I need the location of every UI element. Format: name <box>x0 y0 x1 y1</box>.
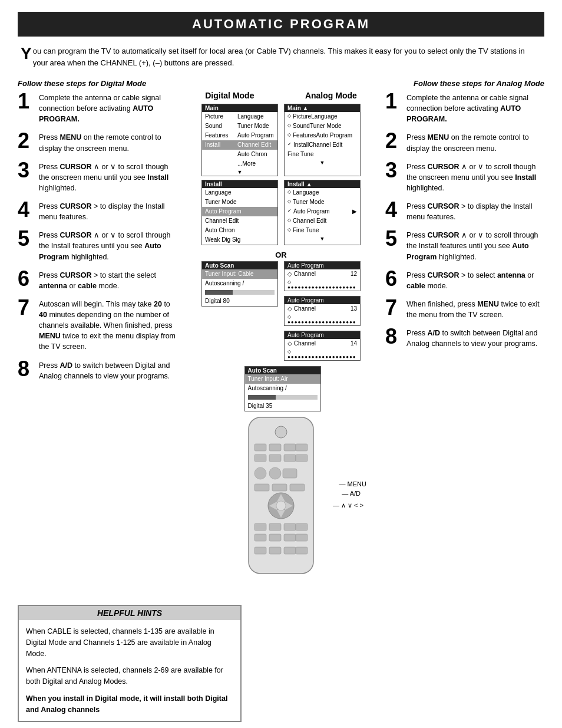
svg-point-21 <box>276 501 286 510</box>
mode-labels: Digital Mode Analog Mode <box>180 91 382 100</box>
amenu-finetune: Fine Tune <box>285 150 360 159</box>
step-num-8: 8 <box>18 358 35 380</box>
svg-rect-14 <box>272 484 287 491</box>
remote-area: — MENU — A/D — ∧ ∨ < > <box>237 414 325 581</box>
svg-rect-28 <box>284 534 296 541</box>
step-atext-1: Complete the antenna or cable signal con… <box>406 91 544 124</box>
step-digital-3: 3 Press CURSOR ∧ or ∨ to scroll though t… <box>18 160 177 193</box>
step-anum-4: 4 <box>385 199 403 220</box>
step-atext-2: Press MENU on the remote control to disp… <box>406 130 544 153</box>
main-content: 1 Complete the antenna or cable signal c… <box>18 91 544 584</box>
autoscan-scanning-d: Autoscanning / <box>202 279 277 288</box>
step-text-8: Press A/D to switch between Digital and … <box>39 358 177 381</box>
digital-label: Digital Mode <box>205 91 254 100</box>
step-num-2: 2 <box>18 130 35 151</box>
step-analog-6: 6 Press CURSOR > to select antenna or ca… <box>385 268 544 291</box>
digital-autoscan-group: Auto Scan Tuner Input: Cable Autoscannin… <box>201 261 278 363</box>
svg-rect-3 <box>269 444 281 451</box>
big-y-letter: Y <box>21 45 32 62</box>
svg-rect-2 <box>254 444 266 451</box>
hints-box: HELPFUL HINTS When CABLE is selected, ch… <box>18 605 242 722</box>
progress-bar-air <box>248 395 318 400</box>
svg-rect-4 <box>284 444 296 451</box>
svg-rect-6 <box>254 454 266 462</box>
digital-autoscan-menu: Auto Scan Tuner Input: Cable Autoscannin… <box>201 261 278 307</box>
svg-rect-31 <box>269 547 281 554</box>
step-anum-1: 1 <box>385 91 403 112</box>
svg-rect-25 <box>296 523 308 531</box>
step-anum-3: 3 <box>385 160 403 181</box>
svg-rect-9 <box>296 454 308 462</box>
analog-ch13-box: Auto Program ◇ Channel13 ◇ ●●●●●●●●●●●●●… <box>284 296 361 326</box>
remote-container: — MENU — A/D — ∧ ∨ < > <box>237 414 325 581</box>
svg-rect-22 <box>254 523 266 531</box>
step-text-2: Press MENU on the remote control to disp… <box>39 130 177 153</box>
analog-main-menu: Main ▲ ◇PictureLanguage ◇SoundTuner Mode… <box>284 104 361 176</box>
amenu-sound: ◇SoundTuner Mode <box>285 121 360 131</box>
svg-rect-27 <box>269 534 281 541</box>
step-analog-4: 4 Press CURSOR > to display the Install … <box>385 199 544 222</box>
ai-arrow: ▼ <box>285 235 360 242</box>
step-text-7: Autoscan will begin. This may take 20 to… <box>39 297 177 353</box>
svg-rect-13 <box>254 484 269 491</box>
menu-header-main-a: Main ▲ <box>285 104 360 112</box>
autoscan-cable-d: Tuner Input: Cable <box>202 269 277 279</box>
mi-lang-d: Language <box>202 188 277 197</box>
step-num-1: 1 <box>18 91 35 112</box>
step-analog-7: 7 When finished, press MENU twice to exi… <box>385 297 544 320</box>
svg-rect-24 <box>284 523 296 531</box>
amenu-install: ✓InstallChannel Edit <box>285 140 360 150</box>
step-atext-3: Press CURSOR ∧ or ∨ to scroll though the… <box>406 160 544 193</box>
diagram-row-2: Install Language Tuner Mode Auto Program… <box>180 180 382 245</box>
menu-arrow-d: ▼ <box>202 169 277 176</box>
ch12-header: Auto Program <box>285 262 360 269</box>
step-digital-8: 8 Press A/D to switch between Digital an… <box>18 358 177 381</box>
svg-point-1 <box>275 426 287 438</box>
analog-ch14-box: Auto Program ◇ Channel14 ◇ ●●●●●●●●●●●●●… <box>284 331 361 361</box>
step-digital-5: 5 Press CURSOR ∧ or ∨ to scroll through … <box>18 228 177 262</box>
hints-section: HELPFUL HINTS When CABLE is selected, ch… <box>18 593 544 722</box>
steps-analog: 1 Complete the antenna or cable signal c… <box>385 91 544 584</box>
digital-mode-header: Follow these steps for Digital Mode <box>18 79 146 88</box>
step-analog-5: 5 Press CURSOR ∧ or ∨ to scroll through … <box>385 228 544 262</box>
autoscan-air-header: Auto Scan <box>245 367 320 374</box>
amenu-picture: ◇PictureLanguage <box>285 112 360 121</box>
ch12-dots: ◇ ●●●●●●●●●●●●●●●●●●●● <box>285 279 360 291</box>
step-atext-7: When finished, press MENU twice to exit … <box>406 297 544 320</box>
svg-rect-32 <box>284 547 296 554</box>
mi-tuner-d: Tuner Mode <box>202 197 277 207</box>
ch13-row: ◇ Channel13 <box>285 304 360 314</box>
center-diagrams: Digital Mode Analog Mode Main PictureLan… <box>177 91 385 584</box>
digital-main-menu: Main PictureLanguage SoundTuner Mode Fea… <box>201 104 278 176</box>
step-digital-2: 2 Press MENU on the remote control to di… <box>18 130 177 153</box>
step-digital-4: 4 Press CURSOR > to display the Install … <box>18 199 177 222</box>
ch14-header: Auto Program <box>285 331 360 339</box>
mi-autoprog-d: Auto Program <box>202 207 277 216</box>
step-analog-2: 2 Press MENU on the remote control to di… <box>385 130 544 153</box>
diagram-row-1: Main PictureLanguage SoundTuner Mode Fea… <box>180 104 382 176</box>
step-text-6: Press CURSOR > to start the select anten… <box>39 268 177 291</box>
step-num-6: 6 <box>18 268 35 289</box>
menu-install-header-d: Install <box>202 180 277 188</box>
step-num-5: 5 <box>18 228 35 249</box>
svg-rect-29 <box>296 534 308 541</box>
step-anum-7: 7 <box>385 297 403 318</box>
menu-row-install-d: InstallChannel Edit <box>202 140 277 150</box>
svg-rect-23 <box>269 523 281 531</box>
analog-install-menu: Install ▲ ◇Language ◇Tuner Mode ✓Auto Pr… <box>284 180 361 245</box>
analog-channel-group: Auto Program ◇ Channel12 ◇ ●●●●●●●●●●●●●… <box>284 261 361 363</box>
svg-rect-7 <box>269 454 281 462</box>
ch14-dots: ◇ ●●●●●●●●●●●●●●●●●●●● <box>285 348 360 360</box>
mi-weakdig-d: Weak Dig Sig <box>202 235 277 245</box>
step-num-4: 4 <box>18 199 35 220</box>
remote-svg <box>237 414 325 579</box>
svg-rect-15 <box>290 484 305 491</box>
step-text-4: Press CURSOR > to display the Install me… <box>39 199 177 222</box>
mi-chanedit-d: Channel Edit <box>202 216 277 226</box>
step-anum-6: 6 <box>385 268 403 289</box>
step-num-7: 7 <box>18 297 35 318</box>
svg-point-10 <box>254 467 266 479</box>
amenu-features: ◇FeaturesAuto Program <box>285 131 360 140</box>
analog-ch12-box: Auto Program ◇ Channel12 ◇ ●●●●●●●●●●●●●… <box>284 261 361 291</box>
hints-title: HELPFUL HINTS <box>19 606 240 620</box>
